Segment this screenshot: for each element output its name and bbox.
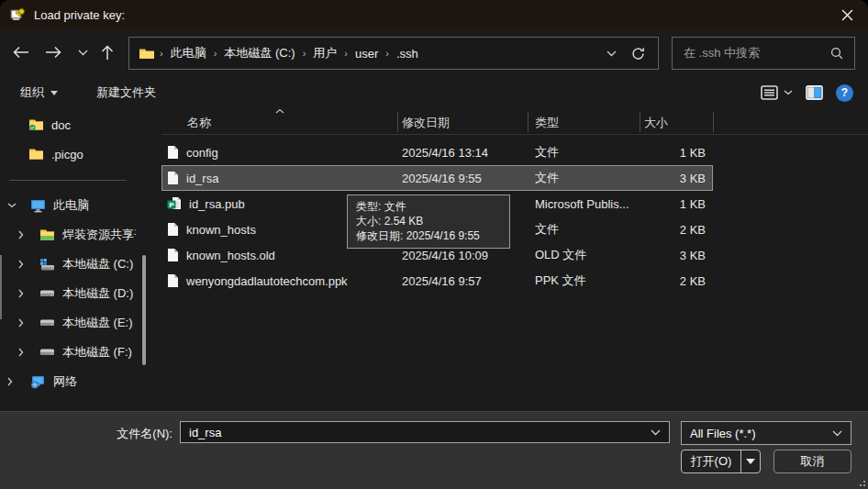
file-size: 1 KB: [640, 146, 713, 160]
sidebar-item-label: 本地磁盘 (E:): [62, 315, 136, 331]
chevron-down-icon: [50, 91, 58, 95]
file-date: 2025/4/16 9:55: [397, 172, 528, 185]
command-bar: 组织 新建文件夹: [0, 77, 868, 108]
breadcrumb-users[interactable]: 用户: [306, 45, 343, 61]
filename-label: 文件名(N):: [0, 426, 172, 442]
file-date: 2025/4/16 9:57: [397, 274, 528, 288]
chevron-down-icon[interactable]: [651, 429, 661, 436]
file-icon: [167, 248, 179, 262]
chevron-collapsed-icon[interactable]: [18, 348, 31, 357]
file-icon: [167, 171, 179, 185]
sidebar-item-label: .picgo: [51, 148, 136, 161]
sidebar-item-shared-folder[interactable]: 焊装资源共享平: [0, 220, 138, 250]
search-input[interactable]: 在 .ssh 中搜索: [672, 37, 855, 70]
column-divider[interactable]: [713, 112, 714, 132]
address-folder-icon: [135, 47, 159, 60]
sidebar-item-local-disk-e[interactable]: 本地磁盘 (E:): [0, 308, 138, 338]
open-dropdown-icon[interactable]: [741, 459, 760, 464]
cancel-button[interactable]: 取消: [773, 450, 851, 473]
file-icon: [167, 222, 179, 237]
breadcrumb-this-pc[interactable]: 此电脑: [164, 45, 213, 61]
refresh-icon[interactable]: [631, 47, 645, 61]
sidebar-item-this-pc[interactable]: 此电脑: [0, 191, 138, 220]
cancel-button-label: 取消: [801, 453, 825, 470]
sidebar-item-label: 网络: [53, 373, 136, 390]
svg-text:P: P: [169, 201, 174, 209]
sidebar-divider: [0, 169, 138, 191]
breadcrumb-ssh[interactable]: .ssh: [390, 47, 425, 61]
file-type: 文件: [528, 144, 640, 161]
column-divider[interactable]: [640, 112, 640, 132]
sidebar-item-local-disk-c[interactable]: 本地磁盘 (C:): [0, 250, 138, 279]
file-list: 名称 修改日期 类型 大小 config 2025/4/16 13:14 文件 …: [161, 110, 868, 411]
folder-icon: [28, 148, 44, 161]
file-row[interactable]: wenyongdadlautotechcom.ppk 2025/4/16 9:5…: [161, 268, 713, 294]
sidebar-item-local-disk-f[interactable]: 本地磁盘 (F:): [0, 338, 138, 367]
scrollbar-left-strip[interactable]: [0, 255, 2, 319]
search-icon[interactable]: [830, 47, 843, 60]
column-header-size[interactable]: 大小: [644, 115, 668, 131]
open-button-label: 打开(O): [682, 453, 740, 470]
tooltip-type: 类型: 文件: [356, 199, 501, 214]
recent-locations-chevron-icon[interactable]: [69, 38, 96, 67]
load-private-key-dialog: Load private key: › 此电脑 ›: [0, 0, 868, 489]
drive-icon: [39, 347, 55, 358]
back-icon[interactable]: [7, 38, 35, 67]
file-row[interactable]: config 2025/4/16 13:14 文件 1 KB: [161, 139, 713, 165]
sidebar-scrollbar[interactable]: [142, 255, 146, 365]
view-mode-button[interactable]: [761, 85, 793, 100]
column-header-name[interactable]: 名称: [187, 115, 211, 131]
sidebar-item-label: 本地磁盘 (D:): [62, 285, 136, 302]
resize-grip[interactable]: [856, 477, 865, 486]
up-icon[interactable]: [94, 38, 121, 67]
address-dropdown-chevron-icon[interactable]: [606, 50, 617, 57]
chevron-collapsed-icon[interactable]: [7, 377, 20, 386]
chevron-collapsed-icon[interactable]: [18, 260, 31, 269]
help-icon[interactable]: [836, 84, 853, 102]
breadcrumb-local-disk-c[interactable]: 本地磁盘 (C:): [217, 45, 301, 61]
close-icon[interactable]: [826, 0, 868, 29]
file-row-selected[interactable]: id_rsa 2025/4/16 9:55 文件 3 KB: [161, 165, 713, 191]
filename-input[interactable]: id_rsa: [180, 421, 670, 443]
shared-folder-icon: [39, 228, 55, 241]
sidebar-item-label: 此电脑: [53, 197, 136, 214]
file-type-filter-select[interactable]: All Files (*.*): [681, 421, 851, 445]
navigation-pane: doc .picgo 此电脑: [0, 110, 138, 411]
preview-pane-icon[interactable]: [806, 85, 823, 100]
window-title: Load private key:: [34, 8, 125, 22]
file-icon: [167, 145, 179, 160]
address-bar[interactable]: › 此电脑 › 本地磁盘 (C:) › 用户 › user › .ssh: [128, 37, 659, 70]
publisher-file-icon: P: [167, 196, 182, 211]
file-name: config: [186, 146, 218, 160]
new-folder-label: 新建文件夹: [96, 84, 156, 101]
titlebar: Load private key:: [0, 0, 868, 29]
open-button[interactable]: 打开(O): [681, 450, 761, 473]
file-name: id_rsa.pub: [189, 197, 245, 211]
file-size: 2 KB: [640, 274, 713, 288]
organize-button[interactable]: 组织: [13, 81, 65, 105]
file-date: 2025/4/16 13:14: [397, 146, 528, 160]
tooltip-size: 大小: 2.54 KB: [356, 214, 501, 228]
file-name: known_hosts.old: [186, 249, 275, 262]
sidebar-item-network[interactable]: 网络: [0, 367, 138, 396]
forward-icon[interactable]: [39, 38, 67, 67]
column-divider[interactable]: [528, 112, 529, 132]
navigation-bar: › 此电脑 › 本地磁盘 (C:) › 用户 › user › .ssh 在 .…: [0, 29, 868, 75]
sidebar-item-doc[interactable]: doc: [0, 110, 138, 139]
chevron-collapsed-icon[interactable]: [18, 230, 31, 239]
details-view-icon: [761, 85, 778, 100]
file-size: 3 KB: [640, 172, 713, 185]
column-header-type[interactable]: 类型: [535, 115, 559, 131]
file-type: 文件: [528, 170, 640, 186]
chevron-collapsed-icon[interactable]: [18, 318, 31, 328]
file-type: OLD 文件: [528, 247, 640, 263]
chevron-collapsed-icon[interactable]: [18, 289, 31, 298]
column-header-date[interactable]: 修改日期: [402, 115, 450, 131]
chevron-expanded-icon[interactable]: [7, 203, 20, 208]
dialog-footer: 文件名(N): id_rsa All Files (*.*) 打开(O) 取消: [0, 411, 868, 489]
sidebar-item-picgo[interactable]: .picgo: [0, 139, 138, 169]
column-divider[interactable]: [397, 112, 398, 132]
breadcrumb-user[interactable]: user: [349, 47, 384, 61]
new-folder-button[interactable]: 新建文件夹: [89, 81, 163, 105]
sidebar-item-local-disk-d[interactable]: 本地磁盘 (D:): [0, 279, 138, 308]
